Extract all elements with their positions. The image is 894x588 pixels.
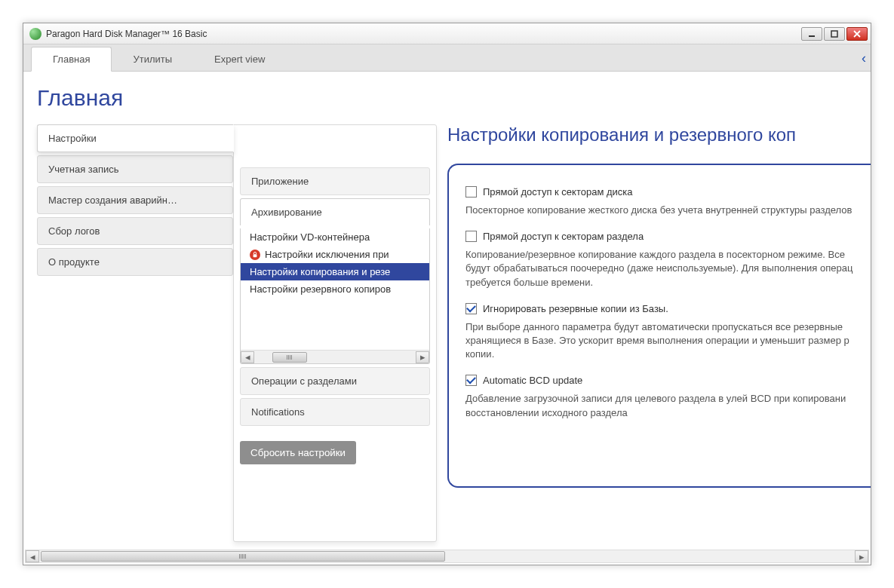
checkbox-icon[interactable] <box>465 231 477 242</box>
subitem-backup[interactable]: Настройки резервного копиров <box>241 280 429 298</box>
main-tabs: Главная Утилиты Expert view ‹ <box>23 44 871 72</box>
maximize-button[interactable] <box>824 27 845 41</box>
scrollbar-thumb[interactable] <box>41 551 445 562</box>
content-area: Главная Настройки Учетная запись Мастер … <box>23 72 871 548</box>
category-application[interactable]: Приложение <box>240 167 430 195</box>
scrollbar-thumb[interactable] <box>272 352 307 363</box>
scroll-left-icon[interactable]: ◂ <box>26 550 39 562</box>
nav-settings[interactable]: Настройки <box>37 124 234 152</box>
nav-about[interactable]: О продукте <box>37 248 233 276</box>
option-label: Прямой доступ к секторам диска <box>483 186 633 198</box>
left-navigation: Настройки Учетная запись Мастер создания… <box>37 124 233 542</box>
checkbox-icon[interactable] <box>465 303 477 314</box>
scroll-right-icon[interactable]: ▸ <box>855 550 868 562</box>
option-ignore-backups-from-base[interactable]: Игнорировать резервные копии из Базы. <box>465 303 863 314</box>
checkbox-icon[interactable] <box>465 375 477 386</box>
scroll-left-icon[interactable]: ◂ <box>241 351 254 363</box>
reset-settings-button[interactable]: Сбросить настройки <box>240 441 356 464</box>
svg-rect-1 <box>831 31 837 37</box>
close-button[interactable] <box>846 27 868 41</box>
category-partitions[interactable]: Операции с разделами <box>240 367 430 395</box>
window-title: Paragon Hard Disk Manager™ 16 Basic <box>46 29 801 39</box>
titlebar: Paragon Hard Disk Manager™ 16 Basic <box>23 23 871 44</box>
svg-rect-2 <box>253 254 257 257</box>
subitem-label: Настройки VD-контейнера <box>250 231 370 243</box>
nav-rescue-wizard[interactable]: Мастер создания аварийн… <box>37 186 233 214</box>
scroll-right-icon[interactable]: ▸ <box>416 351 429 363</box>
subitem-exclusion[interactable]: Настройки исключения при <box>241 246 429 263</box>
option-description: При выборе данного параметра будут автом… <box>465 320 863 362</box>
nav-logs[interactable]: Сбор логов <box>37 217 233 245</box>
option-automatic-bcd-update[interactable]: Automatic BCD update <box>465 375 863 386</box>
archiving-sublist: Настройки VD-контейнера Настройки исключ… <box>240 228 430 364</box>
category-notifications[interactable]: Notifications <box>240 398 430 426</box>
lock-icon <box>250 250 260 260</box>
detail-title: Настройки копирования и резервного коп <box>447 124 871 145</box>
option-description: Копирование/резервное копирование каждог… <box>465 248 863 289</box>
option-description: Добавление загрузочной записи для целево… <box>465 392 863 419</box>
detail-panel: Прямой доступ к секторам диска Посекторн… <box>447 164 871 488</box>
checkbox-icon[interactable] <box>465 186 477 198</box>
option-disk-sector-access[interactable]: Прямой доступ к секторам диска <box>465 186 863 198</box>
option-label: Игнорировать резервные копии из Базы. <box>483 303 668 314</box>
option-partition-sector-access[interactable]: Прямой доступ к секторам раздела <box>465 231 863 242</box>
tab-expert-view[interactable]: Expert view <box>193 47 286 71</box>
subitem-label: Настройки копирования и резе <box>250 266 390 277</box>
nav-account[interactable]: Учетная запись <box>37 155 233 183</box>
sublist-horizontal-scrollbar[interactable]: ◂ ▸ <box>241 350 429 363</box>
subitem-copy-backup[interactable]: Настройки копирования и резе <box>241 263 429 280</box>
subitem-label: Настройки резервного копиров <box>250 283 391 295</box>
subitem-vd-container[interactable]: Настройки VD-контейнера <box>241 228 429 246</box>
minimize-button[interactable] <box>801 27 822 41</box>
category-archiving[interactable]: Архивирование <box>240 198 430 225</box>
app-icon <box>29 28 41 40</box>
tab-utilities[interactable]: Утилиты <box>112 47 193 71</box>
page-title: Главная <box>37 85 871 111</box>
subitem-label: Настройки исключения при <box>265 249 389 260</box>
window-horizontal-scrollbar[interactable]: ◂ ▸ <box>25 550 869 563</box>
option-description: Посекторное копирование жесткого диска б… <box>465 204 863 217</box>
overflow-indicator: ‹ <box>862 51 866 66</box>
option-label: Прямой доступ к секторам раздела <box>483 231 644 242</box>
option-label: Automatic BCD update <box>483 375 582 386</box>
tab-main[interactable]: Главная <box>31 47 112 72</box>
svg-rect-0 <box>809 35 815 37</box>
app-window: Paragon Hard Disk Manager™ 16 Basic Глав… <box>23 23 871 565</box>
settings-categories: Приложение Архивирование Настройки VD-ко… <box>233 124 437 542</box>
detail-pane: Настройки копирования и резервного коп П… <box>437 124 871 542</box>
